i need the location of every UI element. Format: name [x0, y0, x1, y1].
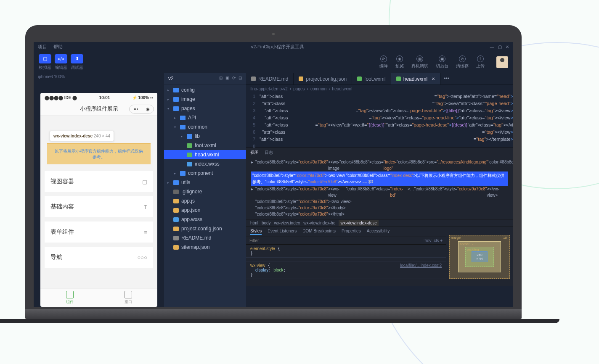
- devtools-tab-log[interactable]: 日志: [265, 150, 273, 156]
- devtools-tab-view[interactable]: 视图: [250, 150, 259, 156]
- tree-node[interactable]: app.json: [164, 206, 246, 215]
- dom-tree[interactable]: ▸"color:#88b8e8">style="color:#9a70c8"><…: [246, 157, 513, 219]
- simulator-button[interactable]: ▢: [39, 54, 51, 63]
- capsule-more-icon[interactable]: •••: [130, 105, 142, 113]
- tree-node[interactable]: ▸API: [164, 113, 246, 122]
- tree-node[interactable]: index.wxss: [164, 159, 246, 169]
- editor-label: 编辑器: [55, 65, 67, 71]
- tab-api[interactable]: 接口: [99, 289, 157, 307]
- inspector-tooltip: wx-view.index-desc 240 × 44: [50, 131, 114, 141]
- devtools-subtab[interactable]: Accessibility: [367, 229, 390, 235]
- new-folder-icon[interactable]: ▣: [225, 76, 229, 82]
- editor-tab[interactable]: foot.wxml: [352, 73, 391, 84]
- tree-node[interactable]: ▸utils: [164, 178, 246, 187]
- tree-node[interactable]: ▾pages: [164, 104, 246, 113]
- capsule-close-icon[interactable]: ◉: [142, 105, 154, 113]
- tree-node[interactable]: foot.wxml: [164, 141, 246, 150]
- battery-label: ⚡ 100% ▪▪: [132, 95, 153, 100]
- menu-help[interactable]: 帮助: [53, 44, 63, 49]
- list-item[interactable]: 导航○○○: [45, 247, 153, 268]
- preview-label: 预览: [395, 63, 404, 69]
- phone-statusbar: ⬤⬤⬤⬤ IDE ⬤ 10:01 ⚡ 100% ▪▪: [40, 93, 157, 103]
- clear-label: 清缓存: [456, 63, 469, 69]
- simulator-status: iphone6 100%: [34, 73, 164, 80]
- laptop-frame: 项目 帮助 v2-FinClip小程序开发工具 — ▢ ✕ ▢模拟器 </>编辑…: [25, 25, 522, 323]
- editor-tab[interactable]: project.config.json: [294, 73, 352, 84]
- styles-filter-controls[interactable]: :hov .cls +: [424, 238, 443, 243]
- app-window: 项目 帮助 v2-FinClip小程序开发工具 — ▢ ✕ ▢模拟器 </>编辑…: [34, 42, 513, 307]
- editor-button[interactable]: </>: [55, 54, 67, 63]
- close-tab-icon[interactable]: ✕: [432, 76, 435, 81]
- debugger-label: 调试器: [71, 65, 83, 71]
- tab-more-icon[interactable]: •••: [440, 73, 453, 84]
- editor-tab[interactable]: head.wxml✕: [391, 73, 440, 84]
- minimize-icon[interactable]: —: [490, 45, 494, 49]
- background-label: 切后台: [436, 63, 448, 69]
- list-item[interactable]: 视图容器▢: [45, 171, 153, 192]
- menubar: 项目 帮助 v2-FinClip小程序开发工具 — ▢ ✕: [34, 42, 513, 51]
- tab-components[interactable]: 组件: [40, 289, 99, 307]
- box-content-size: 240 × 44: [472, 251, 488, 262]
- devtools-subtab[interactable]: Event Listeners: [268, 229, 297, 235]
- tree-node[interactable]: app.js: [164, 196, 246, 206]
- upload-icon[interactable]: ↥: [477, 55, 484, 62]
- tree-node[interactable]: ▸image: [164, 95, 246, 104]
- breadcrumb: fino-applet-demo-v2›pages›common›head.wx…: [246, 85, 513, 93]
- background-icon[interactable]: ▣: [439, 55, 445, 62]
- phone-frame: ⬤⬤⬤⬤ IDE ⬤ 10:01 ⚡ 100% ▪▪ 小程序组件展示 ••• ◉: [40, 93, 157, 307]
- tree-node[interactable]: project.config.json: [164, 224, 246, 233]
- window-title: v2-FinClip小程序开发工具: [251, 44, 305, 50]
- editor-tab[interactable]: README.md: [246, 73, 294, 84]
- preview-icon[interactable]: ◉: [396, 55, 403, 62]
- devtools-subtab[interactable]: Styles: [250, 229, 262, 235]
- maximize-icon[interactable]: ▢: [498, 45, 502, 49]
- list-item[interactable]: 基础内容T: [45, 196, 153, 217]
- tree-node[interactable]: ▾common: [164, 122, 246, 132]
- time-label: 10:01: [99, 95, 110, 100]
- tree-node[interactable]: head.wxml: [164, 150, 246, 159]
- clear-icon[interactable]: ⊘: [459, 55, 466, 62]
- devtools-subtab[interactable]: Properties: [342, 229, 361, 235]
- simulator-panel: iphone6 100% ⬤⬤⬤⬤ IDE ⬤ 10:01 ⚡ 100% ▪▪ …: [34, 73, 164, 307]
- devtools: 视图 日志 ▸"color:#88b8e8">style="color:#9a7…: [246, 148, 513, 286]
- tree-node[interactable]: ▸config: [164, 85, 246, 95]
- close-icon[interactable]: ✕: [506, 45, 509, 49]
- debugger-button[interactable]: ⬍: [71, 54, 83, 63]
- compile-label: 编译: [379, 63, 388, 69]
- file-explorer: v2 ⊞ ▣ ⟳ ⊟ ▸config▸image▾pages▸API▾commo…: [164, 73, 246, 307]
- remote-icon[interactable]: ▦: [416, 55, 423, 62]
- components-icon: [66, 291, 74, 298]
- menu-project[interactable]: 项目: [38, 44, 47, 49]
- styles-filter-input[interactable]: [249, 238, 420, 243]
- simulator-label: 模拟器: [39, 65, 51, 71]
- api-icon: [125, 291, 132, 298]
- code-editor[interactable]: 1"attr">class="tag"><template "attr">nam…: [246, 93, 513, 148]
- camera-dot: [272, 33, 275, 35]
- list-item[interactable]: 表单组件≡: [45, 222, 153, 243]
- tree-node[interactable]: sitemap.json: [164, 243, 246, 252]
- highlighted-element[interactable]: 以下将展示小程序官方组件能力，组件样式仅供参考。: [47, 143, 151, 164]
- page-title: 小程序组件展示: [80, 105, 118, 113]
- box-model: 10 240 × 44: [446, 227, 513, 286]
- upload-label: 上传: [476, 63, 485, 69]
- refresh-icon[interactable]: ⟳: [232, 76, 236, 82]
- dom-breadcrumb[interactable]: htmlbodywx-view.indexwx-view.index-hdwx-…: [246, 219, 513, 227]
- capsule[interactable]: ••• ◉: [129, 105, 154, 113]
- css-rules[interactable]: element.style {}</span><span class="sel"…: [246, 245, 446, 279]
- collapse-icon[interactable]: ⊟: [239, 76, 242, 82]
- carrier-label: ⬤⬤⬤⬤ IDE ⬤: [45, 95, 77, 100]
- tree-node[interactable]: ▸lib: [164, 132, 246, 141]
- tree-node[interactable]: README.md: [164, 233, 246, 243]
- editor-panel: README.mdproject.config.jsonfoot.wxmlhea…: [246, 73, 513, 307]
- window-controls[interactable]: — ▢ ✕: [488, 44, 509, 49]
- tree-node[interactable]: ▸component: [164, 169, 246, 178]
- devtools-subtab[interactable]: DOM Breakpoints: [302, 229, 336, 235]
- avatar[interactable]: [496, 56, 508, 68]
- project-name: v2: [168, 76, 174, 82]
- tree-node[interactable]: .gitignore: [164, 187, 246, 196]
- remote-label: 真机调试: [411, 63, 428, 69]
- compile-icon[interactable]: ⟳: [380, 55, 387, 62]
- toolbar: ▢模拟器 </>编辑器 ⬍调试器 ⟳编译 ◉预览 ▦真机调试 ▣切后台 ⊘清缓存…: [34, 51, 513, 73]
- new-file-icon[interactable]: ⊞: [219, 76, 223, 82]
- tree-node[interactable]: app.wxss: [164, 215, 246, 224]
